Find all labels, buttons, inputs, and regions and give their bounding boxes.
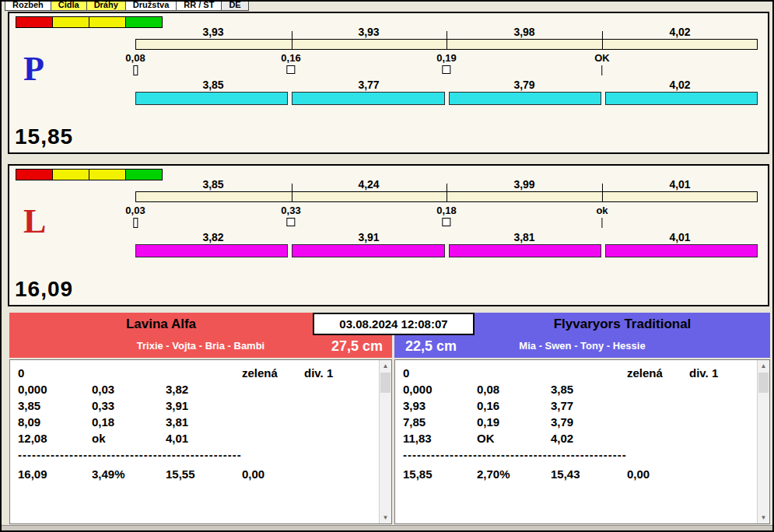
- result-cell: 0,33: [92, 399, 114, 412]
- separator-line: ----------------------------------------…: [18, 448, 242, 461]
- result-cell: 4,01: [166, 432, 188, 445]
- lane-total-time: 16,09: [15, 277, 73, 302]
- summary-percent: 2,70%: [477, 467, 510, 481]
- result-cell: ok: [92, 432, 106, 445]
- reference-bar: [135, 191, 758, 202]
- delta-item: 0,08: [125, 52, 145, 75]
- result-cell: 0,19: [477, 415, 499, 429]
- lane-letter: L: [23, 201, 46, 241]
- team-name: Lavina Alfa: [9, 313, 313, 336]
- start-light-yellow2: [89, 16, 126, 28]
- delta-marker-icon: [133, 218, 138, 228]
- lane-panel-left: 3,85 4,24 3,99 4,01 0,03 0,33 0,18 ok 3,…: [8, 164, 769, 306]
- delta-item: 0,19: [436, 52, 456, 74]
- result-cell: 0,08: [477, 383, 499, 396]
- delta-item: ok: [596, 205, 608, 228]
- scroll-up-icon[interactable]: ▲: [380, 360, 391, 372]
- tab-rr-st[interactable]: RR / ST: [176, 0, 222, 11]
- separator-row: ----------------------------------------…: [395, 448, 756, 464]
- split-bottom-label: 3,77: [291, 79, 447, 91]
- split-top-label: 3,98: [447, 26, 602, 38]
- split-bottom-label: 4,01: [602, 231, 758, 243]
- lane-progress-bars: [135, 244, 758, 257]
- result-cell: 3,77: [551, 399, 573, 412]
- delta-marker-icon: [133, 65, 138, 75]
- result-cell: 12,08: [18, 432, 47, 445]
- scroll-down-icon[interactable]: ▼: [380, 512, 391, 523]
- start-light-yellow1: [52, 16, 89, 28]
- split-top-label: 3,99: [447, 178, 602, 191]
- lane-progress-bars: [135, 92, 758, 105]
- results-list-left[interactable]: 0 zelená div. 1 0,000 0,03 3,82 3,85 0,3…: [9, 359, 392, 524]
- delta-label: 0,08: [125, 52, 145, 64]
- team-name: Flyvaryors Traditional: [475, 313, 770, 336]
- summary-percent: 3,49%: [92, 467, 125, 481]
- status-bar: [2, 525, 772, 530]
- tab-bar: Rozbeh Cidla Dráhy Družstva RR / ST DE: [5, 2, 248, 12]
- delta-item: 0,18: [436, 205, 456, 226]
- jump-height: 22,5 cm: [405, 336, 457, 358]
- tab-de[interactable]: DE: [221, 0, 248, 11]
- delta-label: 0,18: [436, 205, 456, 216]
- result-cell: 8,09: [18, 415, 40, 429]
- scrollbar[interactable]: ▲ ▼: [757, 360, 769, 523]
- summary-net-time: 15,55: [166, 467, 195, 481]
- split-top-label: 3,93: [135, 26, 291, 38]
- delta-label: OK: [594, 52, 610, 64]
- delta-item: 0,16: [281, 52, 300, 74]
- lane-total-time: 15,85: [15, 124, 73, 149]
- split-top-label: 3,85: [135, 178, 291, 191]
- result-cell: 11,83: [403, 432, 432, 445]
- result-cell: 0: [18, 366, 24, 380]
- result-row: 0,000 0,03 3,82: [10, 383, 378, 399]
- delta-label: 0,16: [281, 52, 300, 64]
- scroll-thumb[interactable]: [758, 373, 769, 393]
- result-cell: 4,02: [551, 432, 573, 445]
- delta-label: 0,03: [125, 205, 145, 216]
- scroll-down-icon[interactable]: ▼: [758, 512, 769, 523]
- separator-row: ----------------------------------------…: [10, 448, 378, 464]
- delta-marker-icon: [443, 65, 451, 74]
- lane-bar-segment: [135, 244, 288, 257]
- delta-item: OK: [594, 52, 610, 75]
- scroll-up-icon[interactable]: ▲: [758, 360, 769, 372]
- result-cell: 3,81: [166, 415, 188, 429]
- split-bottom-label: 3,85: [135, 79, 291, 91]
- split-top-label: 4,02: [602, 26, 758, 38]
- delta-marker-icon: [287, 65, 296, 74]
- result-row: 8,09 0,18 3,81: [10, 415, 378, 432]
- result-cell: zelená: [242, 366, 278, 380]
- delta-marker-icon: [601, 218, 602, 228]
- results-rows: 0 zelená div. 1 0,000 0,03 3,82 3,85 0,3…: [10, 366, 378, 523]
- tab-druzstva[interactable]: Družstva: [125, 0, 177, 11]
- tab-drahy[interactable]: Dráhy: [86, 0, 126, 11]
- start-light-yellow2: [89, 169, 126, 180]
- result-cell: 0,000: [18, 383, 47, 396]
- tick-mark: [447, 184, 447, 202]
- result-cell: zelená: [627, 366, 663, 380]
- lane-bar-segment: [292, 244, 444, 257]
- lane-bar-segment: [605, 92, 758, 105]
- results-list-right[interactable]: 0 zelená div. 1 0,000 0,08 3,85 3,93 0,1…: [394, 359, 770, 524]
- tick-mark: [447, 31, 447, 50]
- results-rows: 0 zelená div. 1 0,000 0,08 3,85 3,93 0,1…: [395, 366, 756, 523]
- scroll-thumb[interactable]: [380, 373, 391, 393]
- splits-bottom-row: 3,85 3,77 3,79 4,02: [135, 79, 758, 91]
- separator-line: ----------------------------------------…: [403, 448, 627, 461]
- result-cell: 0,03: [92, 383, 114, 396]
- result-row: 0,000 0,08 3,85: [395, 383, 756, 399]
- start-light-yellow1: [52, 169, 89, 180]
- result-cell: 3,91: [166, 399, 188, 412]
- split-bottom-label: 4,02: [602, 79, 758, 91]
- result-cell: OK: [477, 432, 495, 445]
- lane-bar-segment: [292, 92, 444, 105]
- result-cell: 3,85: [18, 399, 40, 412]
- result-row: 11,83 OK 4,02: [395, 432, 756, 448]
- scrollbar[interactable]: ▲ ▼: [379, 360, 391, 523]
- result-row: 3,93 0,16 3,77: [395, 399, 756, 415]
- tab-rozbeh[interactable]: Rozbeh: [5, 0, 51, 11]
- tab-cidla[interactable]: Cidla: [51, 0, 87, 11]
- split-bottom-label: 3,79: [447, 79, 602, 91]
- split-top-label: 3,93: [291, 26, 447, 38]
- result-cell: 7,85: [403, 415, 426, 429]
